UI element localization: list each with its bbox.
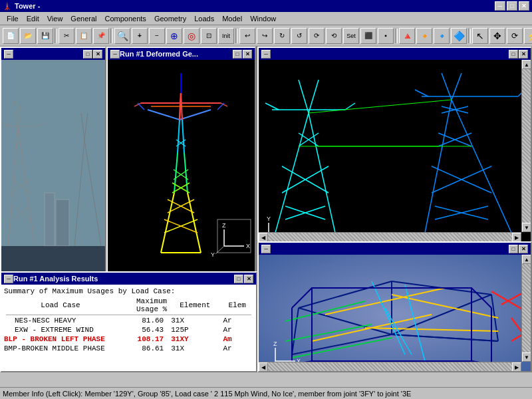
set-button[interactable]: Set: [343, 28, 359, 44]
deformed-close[interactable]: ✕: [243, 50, 252, 59]
maximize-button[interactable]: □: [507, 1, 517, 11]
sep3: [235, 29, 238, 43]
zoom-circle-button[interactable]: ⊕: [166, 28, 182, 44]
zoom-in-button[interactable]: 🔍: [114, 28, 130, 44]
rt-close[interactable]: ✕: [519, 50, 528, 59]
menu-file[interactable]: File: [3, 13, 23, 24]
rt-scrollbar-v[interactable]: ▲ ▼: [521, 60, 531, 232]
rt-scroll-up[interactable]: ▲: [522, 60, 531, 69]
analysis-title-text: Run #1 Analysis Results: [13, 275, 234, 283]
row3-name: BLP - BROKEN LEFT PHASE: [4, 334, 117, 344]
cut-button[interactable]: ✂: [59, 28, 74, 44]
rb-scroll-up[interactable]: ▲: [522, 255, 531, 264]
menu-geometry[interactable]: Geometry: [150, 13, 190, 24]
sep2: [110, 29, 113, 43]
menu-edit[interactable]: Edit: [23, 13, 43, 24]
rb-scroll-right[interactable]: ▶: [512, 362, 521, 371]
photo-maximize[interactable]: □: [83, 50, 92, 59]
analysis-maximize[interactable]: □: [234, 275, 243, 283]
rotate-down-button[interactable]: ⟲: [326, 28, 342, 44]
minimize-button[interactable]: ─: [495, 1, 505, 11]
zoom-fit-button[interactable]: ⊡: [201, 28, 217, 44]
table-row: EXW - EXTREME WIND 56.43 125P Ar: [4, 325, 253, 334]
view4-button[interactable]: 🔷: [451, 28, 467, 44]
zoom-plus-button[interactable]: +: [132, 28, 148, 44]
rb-scroll-down[interactable]: ▼: [522, 352, 531, 362]
col-elem-label: Elem: [221, 297, 253, 314]
new-button[interactable]: 📄: [3, 28, 19, 44]
row2-label: Ar: [221, 325, 253, 334]
select-button[interactable]: ↖: [472, 28, 488, 44]
svg-rect-94: [259, 255, 531, 371]
close-button[interactable]: ✕: [519, 1, 529, 11]
row1-label: Ar: [221, 316, 253, 325]
photo-close[interactable]: ✕: [93, 50, 102, 59]
rt-scroll-track[interactable]: [522, 69, 531, 223]
deformed-content: X Z Y: [108, 60, 255, 271]
deformed-geometry-title[interactable]: ─ Run #1 Deformed Ge... □ ✕: [108, 48, 255, 60]
analysis-minimize[interactable]: ─: [4, 275, 13, 283]
title-bar-left: 🗼 Tower -: [3, 2, 40, 11]
deformed-minimize[interactable]: ─: [110, 50, 120, 59]
rt-maximize[interactable]: □: [509, 50, 518, 59]
rotate-cw-button[interactable]: ↻: [274, 28, 290, 44]
view2-button[interactable]: 🔸: [416, 28, 432, 44]
rt-scrollbar-h[interactable]: ◀ ▶: [259, 232, 521, 241]
rotate3d-button[interactable]: ⟳: [507, 28, 523, 44]
col-element: Element: [169, 297, 221, 314]
rt-minimize[interactable]: ─: [261, 50, 271, 59]
row1-usage: 81.60: [117, 316, 169, 325]
rb-close[interactable]: ✕: [519, 245, 528, 253]
menu-view[interactable]: View: [43, 13, 67, 24]
node2-button[interactable]: ▪: [378, 28, 394, 44]
open-button[interactable]: 📂: [20, 28, 36, 44]
rb-title-btns: □ ✕: [509, 245, 528, 253]
deformed-maximize[interactable]: □: [233, 50, 242, 59]
zoom-minus-button[interactable]: −: [149, 28, 165, 44]
view1-button[interactable]: 🔺: [399, 28, 415, 44]
rb-scroll-h-track[interactable]: [268, 362, 512, 371]
row2-name: EXW - EXTREME WIND: [4, 325, 117, 334]
rb-scroll-track[interactable]: [522, 264, 531, 352]
rb-scrollbar-h[interactable]: ◀ ▶: [259, 362, 521, 371]
svg-text:Z: Z: [222, 222, 226, 229]
rotate-ccw-button[interactable]: ↺: [291, 28, 307, 44]
right-top-window: ─ □ ✕: [257, 47, 532, 243]
menu-loads[interactable]: Loads: [190, 13, 218, 24]
rotate-up-button[interactable]: ⟳: [309, 28, 325, 44]
analysis-window: ─ Run #1 Analysis Results □ ✕ Summary of…: [0, 271, 257, 372]
rb-scrollbar-v[interactable]: ▲ ▼: [521, 255, 531, 362]
tower-photo-title[interactable]: ─ □ ✕: [1, 48, 105, 60]
menu-window[interactable]: Window: [246, 13, 280, 24]
rb-minimize[interactable]: ─: [261, 245, 271, 253]
copy-button[interactable]: 📋: [76, 28, 92, 44]
save-button[interactable]: 💾: [37, 28, 53, 44]
right-top-title[interactable]: ─ □ ✕: [259, 48, 531, 60]
analysis-close[interactable]: ✕: [244, 275, 253, 283]
row1-element: 31X: [169, 316, 221, 325]
init-button[interactable]: Init: [218, 28, 234, 44]
paste-button[interactable]: 📌: [93, 28, 109, 44]
zoom-window-button[interactable]: ◎: [184, 28, 200, 44]
right-bottom-title[interactable]: ─ □ ✕: [259, 243, 531, 255]
view3-button[interactable]: 🔹: [434, 28, 450, 44]
extra1-button[interactable]: ⚡: [524, 28, 532, 44]
deformed-title-btns: □ ✕: [233, 50, 252, 59]
analysis-title[interactable]: ─ Run #1 Analysis Results □ ✕: [1, 273, 256, 285]
rt-scroll-down[interactable]: ▼: [522, 223, 531, 232]
photo-minimize[interactable]: ─: [4, 50, 13, 59]
rt-scroll-right[interactable]: ▶: [512, 233, 521, 241]
rb-scroll-left[interactable]: ◀: [259, 362, 268, 371]
table-row-highlight: BLP - BROKEN LEFT PHASE 108.17 31XY Am: [4, 334, 253, 344]
menu-components[interactable]: Components: [101, 13, 150, 24]
move-button[interactable]: ✥: [489, 28, 505, 44]
rb-maximize[interactable]: □: [509, 245, 518, 253]
undo-button[interactable]: ↩: [239, 28, 255, 44]
redo-button[interactable]: ↪: [257, 28, 273, 44]
menu-general[interactable]: General: [66, 13, 100, 24]
rt-scroll-left[interactable]: ◀: [259, 233, 268, 241]
sep4: [395, 29, 398, 43]
rt-scroll-h-track[interactable]: [268, 233, 512, 241]
node1-button[interactable]: ⬛: [360, 28, 376, 44]
menu-model[interactable]: Model: [218, 13, 246, 24]
